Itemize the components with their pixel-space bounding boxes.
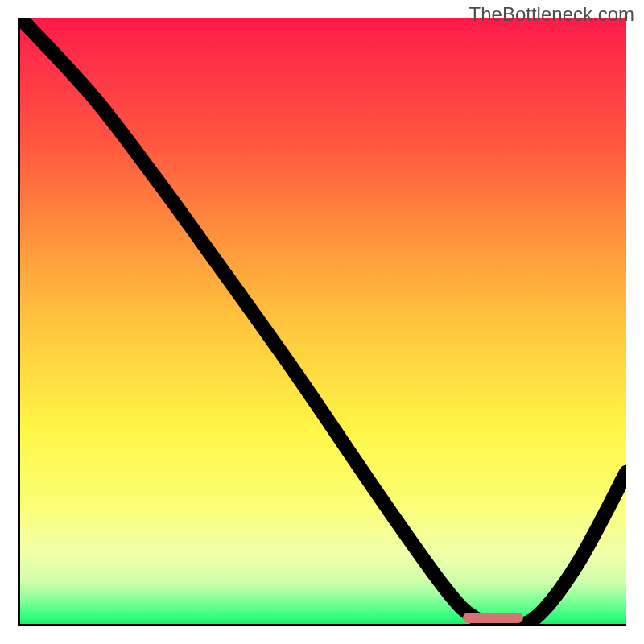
optimal-marker	[463, 613, 523, 623]
watermark: TheBottleneck.com	[469, 3, 634, 26]
bottleneck-curve	[20, 18, 626, 624]
bottleneck-curve-chart	[20, 18, 626, 624]
